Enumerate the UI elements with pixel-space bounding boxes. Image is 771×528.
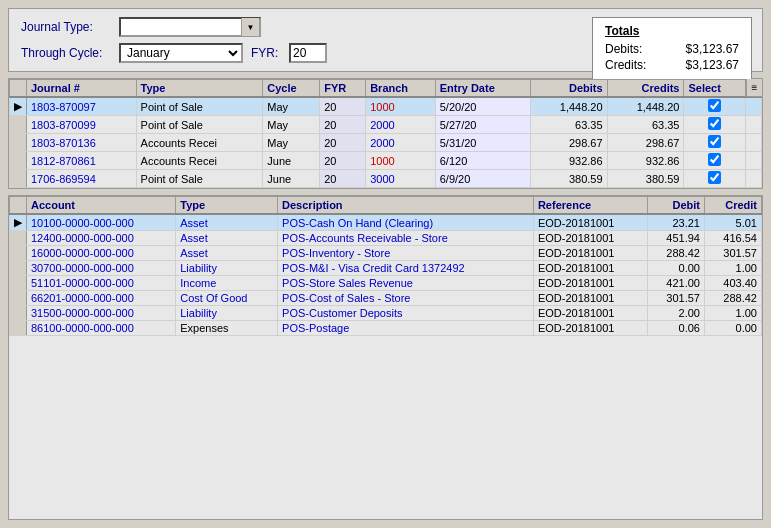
debits-col-header: Debits [530, 80, 607, 98]
select-cell[interactable] [684, 170, 746, 188]
upper-table-row[interactable]: ▶ 1803-870097 Point of Sale May 20 1000 … [10, 97, 762, 116]
upper-table-row[interactable]: 1803-870099 Point of Sale May 20 2000 5/… [10, 116, 762, 134]
entry-date-col-header: Entry Date [435, 80, 530, 98]
branch-cell: 1000 [366, 152, 436, 170]
upper-table-header: Journal # Type Cycle FYR Branch Entry Da… [10, 80, 762, 98]
upper-grid-container: ≡ Journal # Type Cycle FYR Branch Entry … [8, 78, 763, 189]
journal-type-dropdown-btn[interactable]: ▼ [241, 18, 259, 36]
upper-grid-corner-btn[interactable]: ≡ [746, 79, 762, 97]
journal-cell: 1706-869594 [27, 170, 137, 188]
top-panel: Journal Type: ▼ Through Cycle: January F… [8, 8, 763, 72]
lower-table-row[interactable]: 30700-0000-000-000 Liability POS-M&I - V… [10, 261, 762, 276]
debit-cell: 421.00 [648, 276, 705, 291]
lower-row-arrow [10, 291, 27, 306]
credits-col-header: Credits [607, 80, 684, 98]
cycle-cell: May [263, 116, 320, 134]
lower-table-row[interactable]: 66201-0000-000-000 Cost Of Good POS-Cost… [10, 291, 762, 306]
lower-table-row[interactable]: 31500-0000-000-000 Liability POS-Custome… [10, 306, 762, 321]
totals-title: Totals [605, 24, 739, 38]
select-checkbox[interactable] [708, 135, 721, 148]
cycle-cell: May [263, 134, 320, 152]
arrow-col-header [10, 80, 27, 98]
lower-arrow-col-header [10, 197, 27, 215]
reference-cell: EOD-20181001 [533, 246, 647, 261]
type-cell: Point of Sale [136, 170, 263, 188]
lower-table-row[interactable]: 86100-0000-000-000 Expenses POS-Postage … [10, 321, 762, 336]
lower-row-arrow: ▶ [10, 214, 27, 231]
select-checkbox[interactable] [708, 171, 721, 184]
spacer-cell [746, 116, 762, 134]
upper-table-row[interactable]: 1706-869594 Point of Sale June 20 3000 6… [10, 170, 762, 188]
select-checkbox[interactable] [708, 153, 721, 166]
lower-table-header: Account Type Description Reference Debit… [10, 197, 762, 215]
description-cell: POS-Customer Deposits [278, 306, 534, 321]
cycle-select[interactable]: January February March April May June [121, 44, 241, 62]
select-cell[interactable] [684, 152, 746, 170]
cycle-dropdown[interactable]: January February March April May June [119, 43, 243, 63]
debit-col-header: Debit [648, 197, 705, 215]
reference-cell: EOD-20181001 [533, 276, 647, 291]
debits-value: $3,123.67 [686, 42, 739, 56]
lower-type-cell: Cost Of Good [176, 291, 278, 306]
lower-table-row[interactable]: 51101-0000-000-000 Income POS-Store Sale… [10, 276, 762, 291]
credit-cell: 288.42 [704, 291, 761, 306]
totals-box: Totals Debits: $3,123.67 Credits: $3,123… [592, 17, 752, 81]
lower-type-col-header: Type [176, 197, 278, 215]
journal-type-dropdown[interactable]: ▼ [119, 17, 261, 37]
journal-cell: 1803-870097 [27, 97, 137, 116]
lower-table-row[interactable]: ▶ 10100-0000-000-000 Asset POS-Cash On H… [10, 214, 762, 231]
reference-col-header: Reference [533, 197, 647, 215]
credit-cell: 1.00 [704, 261, 761, 276]
debit-cell: 2.00 [648, 306, 705, 321]
debits-cell: 63.35 [530, 116, 607, 134]
journal-cell: 1803-870136 [27, 134, 137, 152]
entry-date-cell: 6/120 [435, 152, 530, 170]
row-arrow [10, 170, 27, 188]
row-arrow [10, 134, 27, 152]
type-cell: Point of Sale [136, 116, 263, 134]
debit-cell: 301.57 [648, 291, 705, 306]
branch-col-header: Branch [366, 80, 436, 98]
entry-date-cell: 5/31/20 [435, 134, 530, 152]
lower-type-cell: Liability [176, 306, 278, 321]
credits-cell: 298.67 [607, 134, 684, 152]
fyr-label: FYR: [251, 46, 281, 60]
account-cell: 10100-0000-000-000 [27, 214, 176, 231]
debit-cell: 23.21 [648, 214, 705, 231]
totals-credits-row: Credits: $3,123.67 [605, 58, 739, 72]
spacer-cell [746, 134, 762, 152]
account-col-header: Account [27, 197, 176, 215]
type-col-header: Type [136, 80, 263, 98]
credits-cell: 63.35 [607, 116, 684, 134]
select-cell[interactable] [684, 134, 746, 152]
account-cell: 12400-0000-000-000 [27, 231, 176, 246]
lower-row-arrow [10, 261, 27, 276]
select-cell[interactable] [684, 116, 746, 134]
lower-type-cell: Income [176, 276, 278, 291]
lower-row-arrow [10, 306, 27, 321]
row-arrow [10, 152, 27, 170]
credits-cell: 1,448.20 [607, 97, 684, 116]
select-cell[interactable] [684, 97, 746, 116]
select-checkbox[interactable] [708, 117, 721, 130]
credits-cell: 932.86 [607, 152, 684, 170]
form-fields: Journal Type: ▼ Through Cycle: January F… [21, 17, 327, 63]
fyr-input[interactable] [289, 43, 327, 63]
lower-table-row[interactable]: 12400-0000-000-000 Asset POS-Accounts Re… [10, 231, 762, 246]
debits-cell: 380.59 [530, 170, 607, 188]
journal-cell: 1803-870099 [27, 116, 137, 134]
cycle-cell: June [263, 152, 320, 170]
branch-cell: 2000 [366, 134, 436, 152]
fyr-cell: 20 [320, 152, 366, 170]
lower-type-cell: Asset [176, 231, 278, 246]
upper-table-row[interactable]: 1803-870136 Accounts Recei May 20 2000 5… [10, 134, 762, 152]
type-cell: Accounts Recei [136, 134, 263, 152]
reference-cell: EOD-20181001 [533, 306, 647, 321]
credits-value: $3,123.67 [686, 58, 739, 72]
lower-table-row[interactable]: 16000-0000-000-000 Asset POS-Inventory -… [10, 246, 762, 261]
reference-cell: EOD-20181001 [533, 261, 647, 276]
credit-cell: 301.57 [704, 246, 761, 261]
journal-type-input[interactable] [121, 18, 241, 36]
select-checkbox[interactable] [708, 99, 721, 112]
upper-table-row[interactable]: 1812-870861 Accounts Recei June 20 1000 … [10, 152, 762, 170]
